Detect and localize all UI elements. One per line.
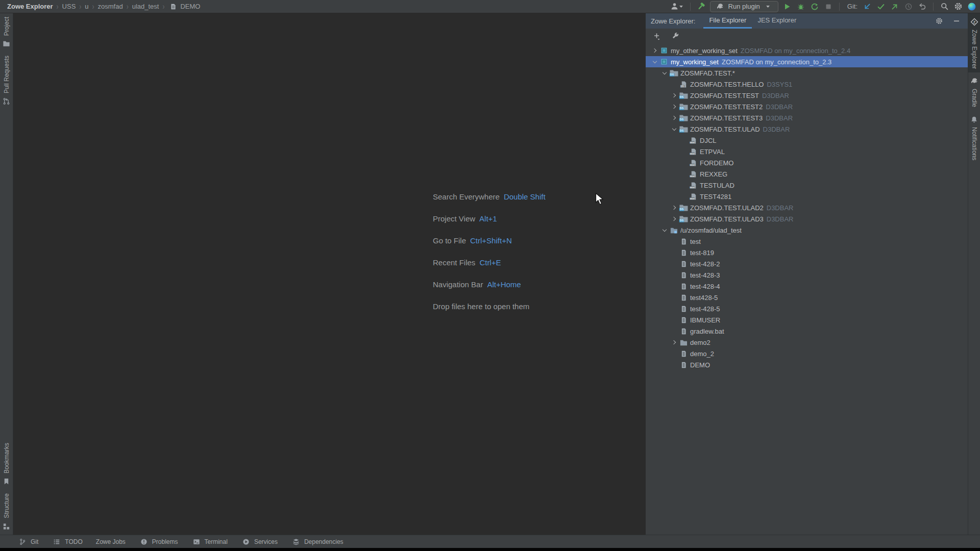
sidebar-item-project[interactable]: Project — [0, 13, 13, 52]
chevron-right-icon[interactable] — [670, 337, 678, 348]
tree-row[interactable]: MEMREXXEG — [646, 168, 968, 180]
tool-stripe-label: Notifications — [971, 127, 978, 160]
todo-icon — [52, 537, 62, 547]
chevron-down-icon[interactable] — [651, 56, 659, 67]
sidebar-item-structure[interactable]: Structure — [0, 490, 13, 535]
statusbar-item-zowe-jobs[interactable]: Zowe Jobs — [96, 538, 126, 545]
toolbar-divider — [690, 3, 691, 11]
tree-row[interactable]: my_working_setZOSMFAD on my_connection_t… — [646, 56, 968, 67]
tab-jes-explorer[interactable]: JES Explorer — [752, 13, 802, 29]
update-icon[interactable] — [862, 2, 872, 12]
chevron-right-icon[interactable] — [670, 90, 678, 101]
tree-row[interactable]: test — [646, 236, 968, 247]
play-icon[interactable] — [782, 2, 792, 12]
uss-dir-icon — [669, 227, 679, 234]
sidebar-item-pull-requests[interactable]: Pull Requests — [0, 52, 13, 110]
tree-row[interactable]: IBMUSER — [646, 314, 968, 325]
sidebar-item-bookmarks[interactable]: Bookmarks — [0, 439, 13, 490]
tree-row[interactable]: DEMO — [646, 359, 968, 370]
dataset-icon: DS — [669, 69, 679, 77]
tree-row[interactable]: test-428-2 — [646, 258, 968, 269]
breadcrumb-item[interactable]: DEMO — [168, 2, 200, 12]
tree-row[interactable]: my_other_working_setZOSMFAD on my_connec… — [646, 45, 968, 56]
tree-row[interactable]: MEMDJCL — [646, 135, 968, 146]
tree-row[interactable]: test428-5 — [646, 292, 968, 303]
breadcrumb-item[interactable]: USS — [62, 3, 76, 10]
breadcrumb-item[interactable]: zosmfad — [98, 3, 123, 10]
tree-row[interactable]: DSZOSMFAD.TEST.ULAD2D3DBAR — [646, 202, 968, 213]
tree-row[interactable]: test-819 — [646, 247, 968, 258]
add-icon[interactable] — [652, 31, 662, 41]
chevron-right-icon[interactable] — [651, 45, 659, 56]
shortcut-action-label: Go to File — [433, 236, 466, 245]
user-menu[interactable] — [669, 2, 684, 12]
wrench-icon[interactable] — [670, 31, 680, 41]
tree-row[interactable]: demo_2 — [646, 348, 968, 359]
settings-icon[interactable] — [953, 2, 963, 12]
bottom-black-strip — [0, 548, 980, 551]
history-icon[interactable] — [903, 2, 914, 12]
toolwindow-button-zowe-explorer[interactable]: ZZowe Explorer — [968, 13, 980, 72]
hammer-icon[interactable] — [696, 2, 706, 12]
tree-row[interactable]: DSZOSMFAD.TEST.TESTD3DBAR — [646, 90, 968, 101]
member-icon: MEM — [688, 137, 698, 144]
statusbar-item-git[interactable]: Git — [17, 537, 38, 547]
minimize-icon[interactable] — [951, 16, 962, 26]
chevron-down-icon[interactable] — [670, 123, 678, 135]
search-icon[interactable] — [939, 2, 949, 12]
tree-row[interactable]: MEMFORDEMO — [646, 157, 968, 168]
statusbar-item-services[interactable]: Services — [241, 537, 278, 547]
rollback-icon[interactable] — [917, 2, 927, 12]
uss-file-icon — [678, 316, 689, 324]
statusbar-item-terminal[interactable]: Terminal — [191, 537, 228, 547]
statusbar-item-dependencies[interactable]: Dependencies — [291, 537, 344, 547]
tree-row[interactable]: demo2 — [646, 337, 968, 348]
tree-row[interactable]: test-428-3 — [646, 269, 968, 281]
chevron-spacer — [680, 180, 688, 191]
breadcrumb-item[interactable]: Zowe Explorer — [7, 3, 53, 10]
tree-row[interactable]: test-428-4 — [646, 281, 968, 292]
editor-empty-area[interactable]: Search EverywhereDouble ShiftProject Vie… — [13, 13, 645, 535]
chevron-right-icon[interactable] — [670, 213, 678, 224]
statusbar-item-todo[interactable]: TODO — [52, 537, 82, 547]
commit-icon[interactable] — [876, 2, 886, 12]
statusbar-item-label: Problems — [152, 538, 178, 545]
tree-row[interactable]: DSZOSMFAD.TEST.HELLOD3SYS1 — [646, 79, 968, 90]
dataset-icon: DS — [678, 215, 689, 223]
gear-icon[interactable] — [934, 16, 944, 26]
chevron-right-icon[interactable] — [670, 101, 678, 112]
breadcrumb-item[interactable]: u — [85, 3, 88, 10]
tree-row[interactable]: test-428-5 — [646, 303, 968, 314]
chevron-right-icon[interactable] — [670, 202, 678, 213]
tree-node-label: DEMO — [690, 361, 710, 369]
push-icon[interactable] — [890, 2, 900, 12]
tree-row[interactable]: DSZOSMFAD.TEST.TEST3D3DBAR — [646, 112, 968, 123]
run-configuration-select[interactable]: Run plugin — [710, 1, 778, 12]
statusbar-item-problems[interactable]: Problems — [139, 537, 178, 547]
tree-row[interactable]: DSZOSMFAD.TEST.* — [646, 67, 968, 79]
tree-node-label: ETPVAL — [700, 148, 725, 156]
codewithme-icon[interactable] — [967, 2, 977, 12]
chevron-down-icon[interactable] — [660, 224, 669, 236]
notifications-icon — [969, 114, 979, 124]
tree-row[interactable]: DSZOSMFAD.TEST.TEST2D3DBAR — [646, 101, 968, 112]
debug-icon[interactable] — [796, 2, 806, 12]
chevron-down-icon[interactable] — [660, 67, 669, 79]
toolwindow-button-notifications[interactable]: Notifications — [968, 111, 980, 164]
tool-stripe-label: Gradle — [971, 89, 978, 107]
tree-row[interactable]: gradlew.bat — [646, 325, 968, 337]
profiler-icon[interactable] — [810, 2, 820, 12]
shortcut-hint-line: Go to FileCtrl+Shift+N — [433, 230, 546, 252]
tree-row[interactable]: MEMETPVAL — [646, 146, 968, 157]
stop-icon[interactable] — [823, 2, 834, 12]
tree-row[interactable]: MEMTESTULAD — [646, 180, 968, 191]
breadcrumb-item[interactable]: ulad_test — [132, 3, 159, 10]
chevron-spacer — [680, 191, 688, 202]
toolwindow-button-gradle[interactable]: Gradle — [968, 72, 980, 111]
tree-row[interactable]: MEMTEST4281 — [646, 191, 968, 202]
tree-row[interactable]: DSZOSMFAD.TEST.ULAD3D3DBAR — [646, 213, 968, 224]
tree-row[interactable]: DSZOSMFAD.TEST.ULADD3DBAR — [646, 123, 968, 135]
tree-row[interactable]: /u/zosmfad/ulad_test — [646, 224, 968, 236]
tab-file-explorer[interactable]: File Explorer — [703, 13, 752, 29]
chevron-right-icon[interactable] — [670, 112, 678, 123]
